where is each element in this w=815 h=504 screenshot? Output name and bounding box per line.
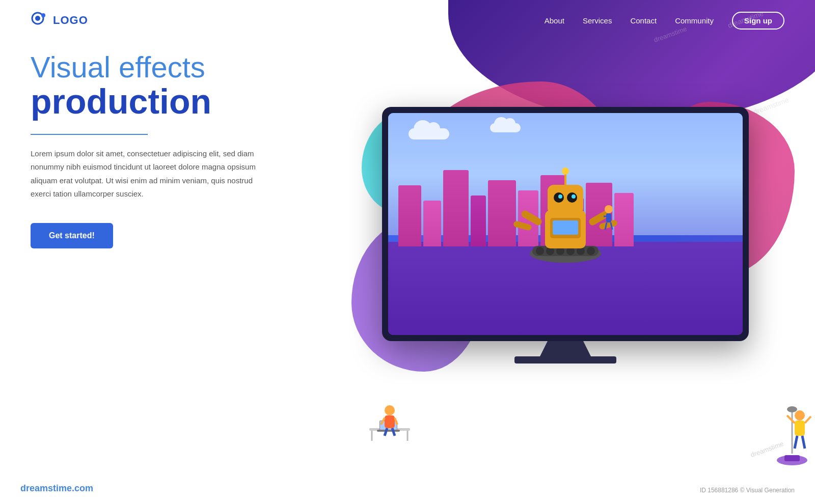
monitor-wrapper	[382, 107, 749, 361]
svg-line-48	[787, 415, 795, 423]
logo-text: LOGO	[53, 14, 88, 27]
logo-icon	[31, 11, 49, 30]
footer-id: ID 156881286	[700, 487, 738, 494]
footer-credit: ID 156881286 © Visual Generation	[700, 487, 795, 494]
figure-desk	[362, 395, 418, 453]
monitor-stand	[540, 341, 591, 356]
monitor-outer	[382, 107, 749, 341]
svg-line-49	[805, 416, 811, 423]
svg-rect-13	[553, 220, 578, 235]
svg-point-20	[562, 167, 569, 175]
svg-line-51	[802, 436, 805, 449]
hero-title-light: Visual effects	[31, 51, 295, 83]
svg-point-18	[572, 194, 576, 199]
hero-title-bold: production	[31, 83, 295, 120]
svg-rect-26	[606, 213, 611, 222]
nav-about[interactable]: About	[545, 16, 564, 25]
logo-area[interactable]: LOGO	[31, 11, 88, 30]
svg-rect-47	[795, 421, 805, 436]
main-content: Visual effects production Lorem ipsum do…	[31, 51, 295, 248]
cloud-1	[409, 128, 449, 139]
get-started-button[interactable]: Get started!	[31, 223, 113, 248]
svg-point-1	[35, 16, 40, 21]
figure-actor	[769, 390, 815, 468]
nav-contact[interactable]: Contact	[630, 16, 657, 25]
illustration-area	[321, 41, 805, 458]
figure-actor-svg	[769, 390, 815, 466]
building-4	[471, 195, 486, 246]
svg-point-45	[787, 406, 797, 412]
monitor-base	[514, 356, 616, 363]
svg-rect-37	[385, 415, 395, 428]
svg-line-50	[795, 436, 797, 449]
hero-divider	[31, 134, 148, 135]
signup-button[interactable]: Sign up	[732, 12, 784, 30]
nav-links: About Services Contact Community Sign up	[545, 12, 784, 30]
svg-point-5	[536, 247, 544, 255]
figure-desk-svg	[362, 395, 418, 451]
svg-rect-35	[377, 430, 400, 432]
robot-svg	[509, 134, 621, 266]
footer-logo-text: dreamstime.com	[20, 483, 93, 494]
nav-community[interactable]: Community	[675, 16, 714, 25]
footer-copyright: © Visual Generation	[740, 487, 795, 494]
svg-rect-14	[548, 185, 583, 214]
building-1	[398, 185, 421, 246]
building-3	[443, 170, 469, 246]
svg-point-36	[385, 405, 395, 415]
svg-rect-22	[513, 220, 532, 231]
svg-point-10	[587, 247, 595, 255]
building-2	[423, 201, 441, 246]
svg-point-25	[605, 205, 613, 213]
hero-description: Lorem ipsum dolor sit amet, consectetuer…	[31, 147, 260, 201]
svg-point-17	[558, 194, 562, 199]
navbar: LOGO About Services Contact Community Si…	[0, 0, 815, 41]
cloud-2	[490, 123, 521, 132]
svg-point-2	[41, 13, 45, 17]
robot-figure	[509, 134, 621, 268]
svg-rect-43	[784, 455, 800, 461]
monitor-screen	[388, 113, 743, 335]
svg-point-46	[795, 410, 805, 421]
nav-services[interactable]: Services	[583, 16, 612, 25]
